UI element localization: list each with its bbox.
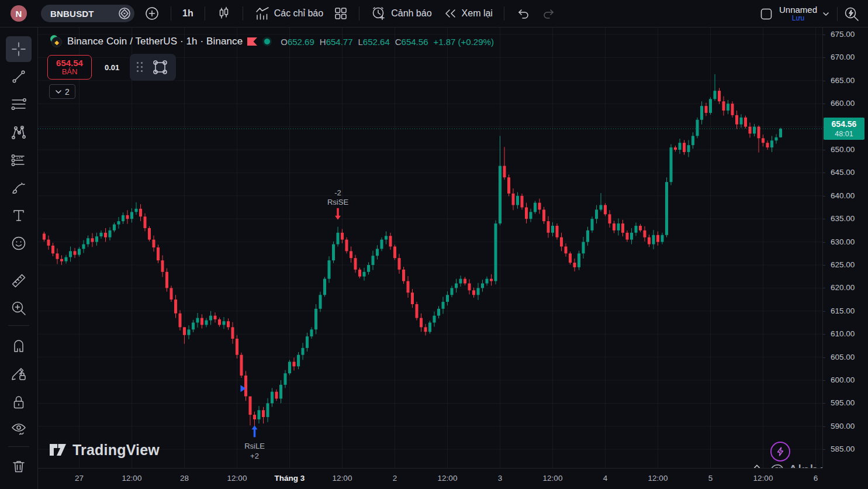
indicators-button[interactable]: Các chỉ báo [249, 4, 329, 23]
save-button[interactable]: Lưu [779, 15, 817, 22]
interval-button[interactable]: 1h [177, 4, 199, 23]
price-axis-tick [823, 219, 825, 219]
replay-icon [442, 6, 458, 21]
brush-tool[interactable] [6, 175, 32, 201]
price-axis-tick [823, 104, 825, 104]
chevron-down-icon[interactable] [821, 9, 831, 19]
prediction-tool[interactable] [6, 147, 32, 173]
tradingview-logo-text: TradingView [72, 442, 160, 459]
layout-square-icon[interactable] [759, 7, 773, 21]
price-axis-label: 645.00 [831, 168, 855, 177]
replay-button[interactable]: Xem lại [437, 4, 498, 23]
time-axis-label: 12:00 [227, 474, 247, 483]
time-axis-label: 12:00 [648, 474, 668, 483]
toolbar-separator [171, 6, 171, 20]
high-value: 654.77 [326, 37, 353, 47]
candlestick-chart[interactable]: -2RsiSERsiLE+2 [38, 27, 822, 468]
text-tool[interactable] [6, 202, 32, 228]
drawing-lock-tool[interactable] [6, 360, 32, 386]
price-axis-label: 620.00 [831, 283, 855, 292]
add-symbol-button[interactable] [139, 4, 165, 23]
low-value: 652.64 [363, 37, 390, 47]
tradingview-logo-icon [49, 442, 67, 458]
zoom-in-tool[interactable] [6, 295, 32, 321]
toolbar-separator [243, 6, 243, 20]
sell-button[interactable]: 654.54 BÁN [47, 55, 92, 80]
last-price-value: 654.56 [824, 119, 864, 130]
change-value: +1.87 (+0.29%) [433, 37, 493, 47]
toolbar-separator [837, 7, 838, 21]
layout-name-button[interactable]: Unnamed Lưu [779, 5, 817, 23]
price-axis-label: 635.00 [831, 214, 855, 223]
market-status-dot-icon[interactable] [264, 39, 270, 44]
lightning-icon [775, 446, 786, 457]
hide-drawings-tool[interactable] [6, 416, 32, 442]
pattern-tool[interactable] [6, 119, 32, 145]
layout-templates-button[interactable] [328, 4, 353, 23]
object-toolbar [130, 54, 176, 81]
time-axis-label: 12:00 [438, 474, 458, 483]
boost-button[interactable] [770, 442, 790, 462]
chart-style-button[interactable] [211, 4, 237, 23]
binance-coin-icon: ◆ [50, 35, 63, 48]
tradingview-logo[interactable]: TradingView [49, 442, 160, 459]
ruler-tool[interactable] [6, 268, 32, 294]
lock-all-tool[interactable] [6, 390, 32, 415]
price-axis-label: 625.00 [831, 260, 855, 269]
crosshair-tool[interactable] [6, 36, 32, 62]
symbol-diamond-icon[interactable] [118, 7, 131, 20]
price-axis-label: 610.00 [831, 329, 855, 338]
time-axis-label: 12:00 [122, 474, 142, 483]
time-axis-label: 12:00 [333, 474, 352, 483]
price-axis-tick [823, 196, 825, 197]
symbol-search-button[interactable]: BNBUSDT [41, 5, 134, 22]
magnet-tool[interactable] [6, 333, 32, 359]
fib-retracement-tool[interactable] [6, 91, 32, 117]
collapse-indicators-button[interactable]: 2 [49, 84, 75, 99]
redo-icon [541, 6, 556, 21]
flag-icon[interactable] [247, 37, 257, 46]
price-axis-label: 640.00 [831, 191, 855, 200]
time-axis-label: Tháng 3 [275, 474, 305, 483]
open-value: 652.69 [288, 37, 314, 47]
price-axis-tick [823, 334, 825, 335]
trendline-tool[interactable] [6, 64, 32, 89]
price-axis-tick [823, 403, 825, 404]
chart-title[interactable]: Binance Coin / TetherUS · 1h · Binance [67, 36, 243, 47]
sell-label: BÁN [62, 68, 78, 77]
price-axis-tick [823, 288, 825, 288]
drag-handle-icon[interactable] [136, 61, 144, 74]
selection-rect-icon[interactable] [150, 57, 170, 77]
price-axis-label: 675.00 [831, 30, 855, 39]
indicators-label: Các chỉ báo [274, 8, 324, 19]
quantity-field[interactable]: 0.01 [105, 63, 119, 72]
time-axis-label: 27 [75, 474, 84, 483]
svg-text:-2: -2 [334, 188, 341, 197]
indicators-icon [254, 6, 270, 22]
time-axis[interactable]: 2712:002812:00Tháng 312:00212:00312:0041… [38, 468, 822, 489]
undo-button[interactable] [510, 4, 536, 23]
quick-search-icon[interactable] [843, 6, 860, 22]
price-axis-tick [823, 150, 825, 150]
user-avatar[interactable]: N [11, 5, 27, 22]
price-axis[interactable]: 654.56 48:01 675.00670.00665.00660.00655… [822, 27, 868, 468]
price-axis-tick [823, 35, 825, 35]
svg-text:+2: +2 [250, 452, 259, 460]
time-axis-label: 12:00 [543, 474, 563, 483]
emoji-tool[interactable] [6, 230, 32, 256]
price-axis-label: 590.00 [831, 422, 855, 431]
price-axis-tick [823, 173, 825, 173]
drawing-toolbar [0, 27, 38, 489]
last-price-label: 654.56 48:01 [824, 118, 864, 140]
redo-button[interactable] [536, 4, 562, 23]
bar-countdown: 48:01 [824, 130, 864, 139]
svg-text:RsiLE: RsiLE [244, 442, 265, 450]
chart-legend: ◆ Binance Coin / TetherUS · 1h · Binance… [50, 35, 494, 48]
undo-icon [516, 6, 531, 21]
ohlc-values: O652.69 H654.77 L652.64 C654.56 +1.87 (+… [281, 37, 494, 47]
remove-objects-tool[interactable] [6, 453, 32, 479]
price-axis-tick [823, 311, 825, 312]
alert-button[interactable]: Cảnh báo [365, 4, 437, 23]
time-axis-label: 28 [180, 474, 189, 483]
price-axis-label: 630.00 [831, 237, 855, 246]
